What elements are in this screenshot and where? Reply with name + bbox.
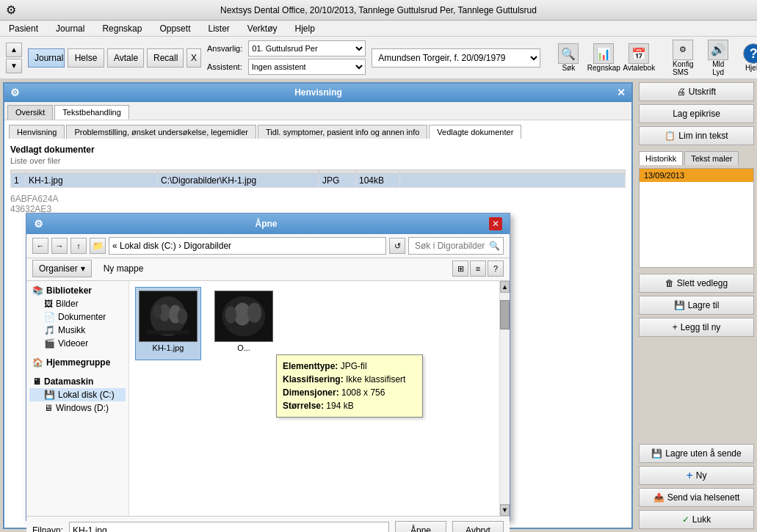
- inner-tab-problemstilling[interactable]: Problemstilling, ønsket undersøkelse, le…: [66, 125, 256, 139]
- spacer: [639, 340, 754, 438]
- mld-lyd-button[interactable]: 🔊 MldLyd: [702, 37, 734, 79]
- helse-button[interactable]: Helse: [68, 48, 104, 68]
- cell-type: JPG: [319, 174, 356, 188]
- sok-label: Søk: [562, 64, 575, 72]
- save-icon: 💾: [674, 300, 685, 310]
- ref-data: 6ABFA624A 43632AE3: [10, 194, 626, 214]
- inner-tab-vedlagte[interactable]: Vedlagte dokumenter: [429, 125, 521, 139]
- inner-tabs: Henvisning Problemstilling, ønsket under…: [4, 120, 631, 139]
- tab-oversikt[interactable]: Oversikt: [7, 105, 53, 120]
- save2-icon: 💾: [651, 448, 662, 459]
- ny-button[interactable]: + Ny: [639, 466, 754, 485]
- history-content: 13/09/2013: [639, 168, 754, 268]
- lagre-uten-button[interactable]: 💾 Lagre uten å sende: [639, 444, 754, 463]
- menu-pasient[interactable]: Pasient: [6, 22, 41, 35]
- history-tabs: Historikk Tekst maler: [639, 151, 754, 165]
- menu-regnskap[interactable]: Regnskap: [99, 22, 145, 35]
- table-row[interactable]: 1 KH-1.jpg C:\Digorabilder\KH-1.jpg JPG …: [11, 174, 626, 188]
- tab-historikk[interactable]: Historikk: [639, 151, 683, 165]
- lyd-icon: 🔊: [708, 40, 728, 60]
- paste-icon: 📋: [664, 131, 675, 141]
- panel-close-button[interactable]: ✕: [617, 87, 626, 98]
- printer-icon: 🖨: [677, 87, 686, 97]
- menu-oppsett[interactable]: Oppsett: [156, 22, 193, 35]
- nav-up-button[interactable]: ▲: [6, 43, 22, 57]
- patient-selector[interactable]: Amundsen Torgeir, f. 20/09/1979: [372, 48, 540, 68]
- app-title: Nextsys Dental Office, 20/10/2013, Tannl…: [220, 5, 537, 15]
- title-bar: ⚙ Nextsys Dental Office, 20/10/2013, Tan…: [0, 0, 757, 21]
- toolbar: ▲ ▼ Journal Helse Avtale Recall X Ansvar…: [0, 37, 757, 79]
- add-icon: +: [673, 322, 678, 332]
- history-item[interactable]: 13/09/2013: [640, 169, 753, 182]
- hjelp-button[interactable]: ? Hjelp: [737, 41, 757, 74]
- gear-icon: ⚙: [6, 3, 16, 17]
- tab-tekst-maler[interactable]: Tekst maler: [684, 151, 739, 165]
- lim-inn-button[interactable]: 📋 Lim inn tekst: [639, 126, 754, 145]
- menu-bar: Pasient Journal Regnskap Oppsett Lister …: [0, 21, 757, 37]
- ansvarlig-label: Ansvarlig:: [207, 44, 242, 53]
- regnskap-label: Regnskap: [587, 64, 620, 72]
- panel-title-bar: ⚙ Henvisning ✕: [4, 84, 631, 102]
- docs-table: 1 KH-1.jpg C:\Digorabilder\KH-1.jpg JPG …: [10, 170, 626, 188]
- panel-gear-icon: ⚙: [10, 87, 20, 98]
- menu-verktoy[interactable]: Verktøy: [245, 22, 280, 35]
- cell-size: 104kB: [356, 174, 400, 188]
- avtalebok-button[interactable]: 📅 Avtalebok: [623, 41, 655, 74]
- lyd-label: MldLyd: [712, 60, 724, 76]
- avtalebok-icon: 📅: [629, 43, 649, 64]
- sok-button[interactable]: 🔍 Søk: [552, 41, 584, 74]
- recall-button[interactable]: Recall: [147, 48, 184, 68]
- hjelp-label: Hjelp: [745, 64, 757, 72]
- right-sidebar: 🖨 Utskrift Lag epikrise 📋 Lim inn tekst …: [636, 79, 757, 532]
- assistent-select[interactable]: Ingen assistent: [248, 59, 366, 75]
- send-icon: 📤: [653, 492, 664, 503]
- hjelp-icon: ?: [743, 43, 757, 64]
- konfig-icon: ⚙: [673, 40, 693, 60]
- panel-tabs: Oversikt Tekstbehandling: [4, 102, 631, 120]
- cell-num: 1: [11, 174, 26, 188]
- bottom-buttons: 💾 Lagre uten å sende + Ny 📤 Send via hel…: [639, 444, 754, 529]
- konfig-sms-button[interactable]: ⚙ KonfigSMS: [667, 37, 699, 79]
- menu-journal[interactable]: Journal: [53, 22, 87, 35]
- content-panel: ⚙ Henvisning ✕ Oversikt Tekstbehandling …: [3, 82, 633, 529]
- utskrift-button[interactable]: 🖨 Utskrift: [639, 82, 754, 101]
- cell-extra: [400, 174, 626, 188]
- konfig-label: KonfigSMS: [673, 60, 693, 76]
- nav-down-button[interactable]: ▼: [6, 59, 22, 73]
- avtalebok-label: Avtalebok: [623, 64, 655, 72]
- cell-path: C:\Digorabilder\KH-1.jpg: [158, 174, 319, 188]
- check-icon: ✓: [682, 514, 689, 525]
- menu-hjelp[interactable]: Hjelp: [292, 22, 318, 35]
- regnskap-button[interactable]: 📊 Regnskap: [587, 41, 620, 74]
- avtale-button[interactable]: Avtale: [107, 48, 144, 68]
- lag-epikrise-button[interactable]: Lag epikrise: [639, 104, 754, 123]
- tab-tekstbehandling[interactable]: Tekstbehandling: [54, 105, 129, 120]
- lukk-button[interactable]: ✓ Lukk: [639, 510, 754, 529]
- new-icon: +: [686, 469, 692, 482]
- legg-til-ny-button[interactable]: + Legg til ny: [639, 318, 754, 337]
- docs-subtitle: Liste over filer: [10, 156, 626, 165]
- inner-tab-henvisning[interactable]: Henvisning: [9, 125, 65, 139]
- panel-title: Henvisning: [20, 87, 617, 98]
- journal-button[interactable]: Journal: [28, 48, 65, 68]
- ansvarlig-select[interactable]: 01. Guttulsrud Per: [248, 40, 366, 57]
- assistent-label: Assistent:: [207, 62, 242, 71]
- lagre-til-button[interactable]: 💾 Lagre til: [639, 296, 754, 315]
- slett-vedlegg-button[interactable]: 🗑 Slett vedlegg: [639, 274, 754, 293]
- main-area: ⚙ Henvisning ✕ Oversikt Tekstbehandling …: [0, 79, 757, 532]
- delete-icon: 🗑: [665, 278, 674, 288]
- sok-icon: 🔍: [558, 43, 579, 64]
- docs-title: Vedlagt dokumenter: [10, 145, 626, 155]
- nav-arrows: ▲ ▼: [6, 43, 22, 73]
- regnskap-icon: 📊: [593, 43, 614, 64]
- cell-filename: KH-1.jpg: [26, 174, 158, 188]
- docs-panel: Vedlagt dokumenter Liste over filer 1: [4, 139, 631, 220]
- menu-lister[interactable]: Lister: [205, 22, 232, 35]
- x-button[interactable]: X: [186, 48, 201, 68]
- inner-tab-symptomer[interactable]: Tidl. symptomer, pasient info og annen i…: [258, 125, 427, 139]
- send-helsenett-button[interactable]: 📤 Send via helsenett: [639, 488, 754, 507]
